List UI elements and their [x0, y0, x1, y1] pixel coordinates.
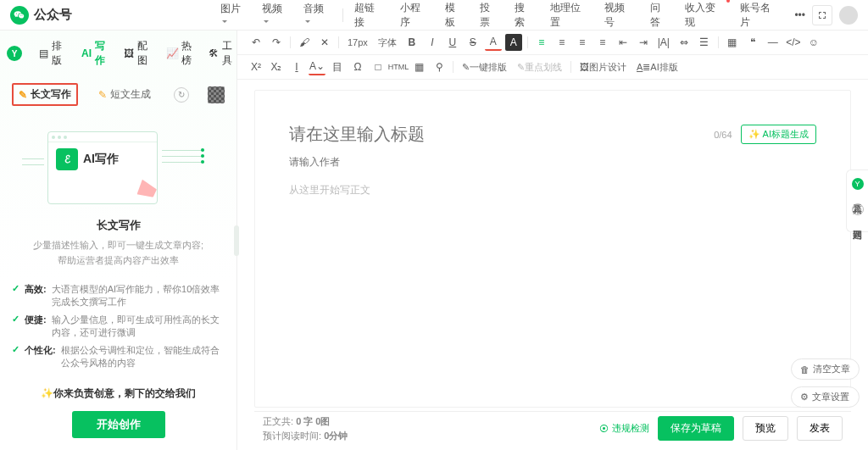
indent-left-icon[interactable]: ⇤: [615, 34, 632, 51]
feature-subtitle-1: 少量描述性输入，即可一键生成文章内容;: [0, 238, 236, 253]
menu-hyperlink[interactable]: 超链接: [348, 0, 391, 33]
superscript-icon[interactable]: X²: [248, 58, 264, 75]
italic-icon[interactable]: I: [424, 34, 441, 51]
list-icon[interactable]: ☰: [696, 34, 713, 51]
menu-qa[interactable]: 问答: [643, 0, 676, 33]
side-tab-image[interactable]: 🖼配图: [120, 37, 153, 69]
logo[interactable]: 公众号: [10, 6, 214, 25]
font-family-select[interactable]: 字体: [375, 34, 400, 51]
table-icon[interactable]: ▦: [724, 34, 741, 51]
dock-feedback[interactable]: 遇到问题: [851, 219, 863, 226]
body-editor[interactable]: 从这里开始写正文: [289, 183, 816, 197]
author-input[interactable]: [289, 156, 816, 168]
text-direction-icon[interactable]: I: [288, 58, 305, 75]
menu-search[interactable]: 搜索: [508, 0, 541, 33]
heading-icon[interactable]: 目: [329, 58, 346, 75]
top-right: [812, 5, 858, 25]
undo-icon[interactable]: ↶: [248, 34, 264, 51]
floating-actions: 🗑清空文章 ⚙文章设置: [791, 358, 860, 408]
menu-image[interactable]: 图片: [214, 0, 253, 31]
check-icon: ✓: [12, 344, 19, 369]
indent-right-icon[interactable]: ⇥: [635, 34, 652, 51]
bullet-text: 大语言模型的AI写作能力，帮你10倍效率完成长文撰写工作: [52, 283, 225, 308]
help-icon[interactable]: ?: [852, 203, 864, 215]
align-justify-icon[interactable]: ≡: [594, 34, 611, 51]
align-right-icon[interactable]: ≡: [574, 34, 591, 51]
clear-format-icon[interactable]: ✕: [316, 34, 333, 51]
top-menu: 图片 视频 音频 超链接 小程序 模板 投票 搜索 地理位置 视频号 问答 收入…: [214, 0, 812, 33]
code-icon[interactable]: </>: [785, 34, 802, 51]
quote-icon[interactable]: ❝: [744, 34, 761, 51]
menu-video[interactable]: 视频: [255, 0, 295, 31]
menu-namecard[interactable]: 账号名片: [733, 0, 787, 33]
tab-long-writing[interactable]: ✎长文写作: [12, 83, 78, 106]
bold-icon[interactable]: B: [403, 34, 420, 51]
date-icon[interactable]: □: [370, 58, 387, 75]
highlight-color-icon[interactable]: A: [505, 34, 522, 51]
ai-write-icon: AI: [81, 47, 92, 59]
side-tab-layout[interactable]: ▤排版: [36, 37, 68, 69]
trending-icon: 📈: [166, 47, 178, 59]
format-brush-icon[interactable]: 🖌: [296, 34, 313, 51]
align-left-icon[interactable]: ≡: [533, 34, 550, 51]
violation-check-button[interactable]: ⦿违规检测: [599, 422, 649, 435]
symbol-icon[interactable]: Ω: [349, 58, 366, 75]
slogan: ✨你来负责创意，剩下的交给我们: [0, 386, 236, 401]
menu-location[interactable]: 地理位置: [543, 0, 597, 33]
html-icon[interactable]: HTML: [390, 58, 407, 75]
separator: [718, 36, 719, 48]
anchor-icon[interactable]: ⚲: [431, 58, 448, 75]
quick-layout-button[interactable]: ✎ 一键排版: [459, 58, 510, 75]
start-create-button[interactable]: 开始创作: [72, 411, 165, 438]
dock-brand-icon[interactable]: Y: [852, 178, 864, 190]
source-icon[interactable]: ▦: [410, 58, 427, 75]
side-tab-write[interactable]: AI写作: [78, 37, 110, 69]
menu-vote[interactable]: 投票: [473, 0, 506, 33]
account-avatar[interactable]: [208, 86, 225, 103]
letter-spacing-icon[interactable]: ⇔: [676, 34, 693, 51]
expand-button[interactable]: [812, 5, 832, 25]
history-button[interactable]: ↻: [174, 87, 189, 103]
clear-article-button[interactable]: 🗑清空文章: [791, 358, 860, 380]
strikethrough-icon[interactable]: S: [465, 34, 481, 51]
subscript-icon[interactable]: X₂: [268, 58, 285, 75]
char-style-icon[interactable]: A⌄: [309, 58, 326, 75]
user-avatar[interactable]: [839, 6, 858, 25]
ai-layout-button[interactable]: A≣ AI排版: [633, 58, 682, 75]
save-draft-button[interactable]: 保存为草稿: [658, 416, 734, 441]
toolbar-row-1: ↶ ↷ 🖌 ✕ 17px 字体 B I U S A A ≡ ≡ ≡ ≡ ⇤ ⇥ …: [237, 31, 868, 55]
separator: [570, 61, 571, 73]
divider-icon[interactable]: —: [765, 34, 782, 51]
font-color-icon[interactable]: A: [485, 34, 502, 51]
publish-button[interactable]: 发表: [797, 416, 843, 441]
ai-title-generate-button[interactable]: ✨AI标题生成: [741, 125, 816, 144]
image-design-button[interactable]: 🖼 图片设计: [576, 58, 630, 75]
emoji-icon[interactable]: ☺: [805, 34, 822, 51]
line-height-icon[interactable]: |A|: [655, 34, 672, 51]
side-tab-badge[interactable]: Y: [3, 44, 25, 63]
panel-resizer[interactable]: [234, 225, 239, 256]
title-input[interactable]: [289, 125, 705, 144]
menu-miniprogram[interactable]: 小程序: [393, 0, 437, 33]
menu-template[interactable]: 模板: [438, 0, 471, 33]
menu-more[interactable]: •••: [787, 6, 812, 25]
side-tab-tools[interactable]: 🛠工具: [205, 37, 237, 69]
tab-short-writing[interactable]: ✎短文生成: [93, 85, 156, 104]
highlight-underline-button[interactable]: ✎ 重点划线: [514, 58, 565, 75]
align-center-icon[interactable]: ≡: [554, 34, 570, 51]
underline-icon[interactable]: U: [444, 34, 461, 51]
left-panel: Y ▤排版 AI写作 🖼配图 📈热榜 🛠工具 ✎长文写作 ✎短文生成 ↻ ℰ A…: [0, 31, 237, 450]
check-icon: ✓: [12, 314, 19, 339]
preview-button[interactable]: 预览: [743, 416, 788, 441]
footer-actions: ⦿违规检测 保存为草稿 预览 发表: [599, 416, 843, 441]
bullet-item: ✓ 便捷: 输入少量信息，即可生成可用性高的长文内容，还可进行微调: [12, 314, 225, 339]
menu-channels[interactable]: 视频号: [598, 0, 641, 33]
menu-audio[interactable]: 音频: [297, 0, 337, 31]
redo-icon[interactable]: ↷: [268, 34, 285, 51]
font-size-select[interactable]: 17px: [344, 34, 371, 51]
article-settings-button[interactable]: ⚙文章设置: [791, 386, 860, 408]
right-dock: Y 工具箱 ? 遇到问题: [846, 169, 868, 232]
menu-revenue[interactable]: 收入变现: [678, 0, 732, 33]
side-tab-hot[interactable]: 📈热榜: [163, 37, 195, 69]
dock-toolbox[interactable]: 工具箱: [851, 194, 863, 201]
